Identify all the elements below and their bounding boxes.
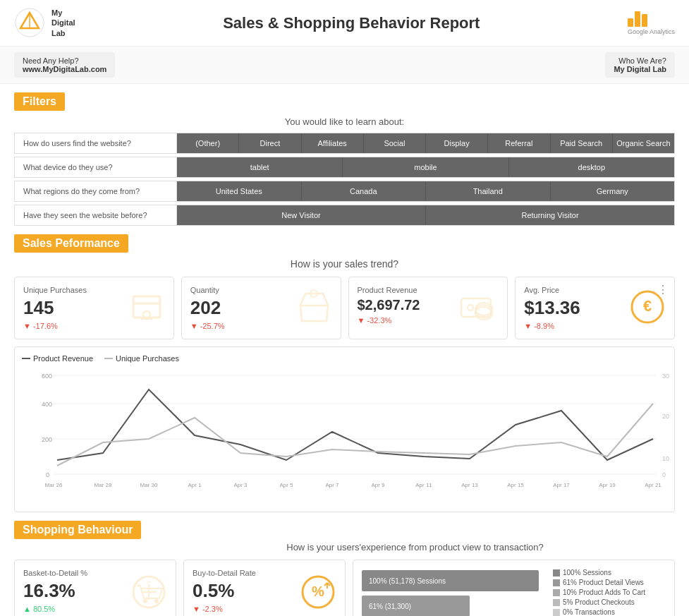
legend-transactions-color xyxy=(553,609,560,616)
funnel-legend: 100% Sessions 61% Product Detail Views 1… xyxy=(553,569,666,616)
filter-row-visitor: Have they seen the website before? New V… xyxy=(14,205,675,226)
logo: My Digital Lab xyxy=(14,7,75,39)
sales-chart: Product Revenue Unique Purchases 600 400… xyxy=(14,346,675,512)
kpi-row: Unique Purchases 145 ▼ -17.6% Quantity 2… xyxy=(14,277,675,339)
filter-btn-paid-search[interactable]: Paid Search xyxy=(551,133,613,153)
filter-label-visitor: Have they seen the website before? xyxy=(15,205,177,225)
page-header: My Digital Lab Sales & Shopping Behavior… xyxy=(0,0,689,47)
filter-btn-organic-search[interactable]: Organic Search xyxy=(613,133,674,153)
svg-text:€: € xyxy=(643,297,652,315)
filter-row-device: What device do they use? tablet mobile d… xyxy=(14,157,675,178)
sales-trend-title: How is your sales trend? xyxy=(14,258,675,270)
filter-label-region: What regions do they come from? xyxy=(15,181,177,201)
svg-text:Apr 3: Apr 3 xyxy=(233,482,248,488)
filter-btn-germany[interactable]: Germany xyxy=(551,181,675,201)
svg-text:Apr 1: Apr 1 xyxy=(188,482,202,488)
shopping-label: Shopping Behaviour xyxy=(14,521,141,539)
svg-text:400: 400 xyxy=(42,401,52,408)
filter-btn-mobile[interactable]: mobile xyxy=(343,157,508,177)
filters-label: Filters xyxy=(14,92,65,111)
chart-svg: 600 400 200 0 30 20 10 0 Mar 26 Mar 28 M… xyxy=(22,368,678,502)
filter-btn-other[interactable]: (Other) xyxy=(177,133,239,153)
sales-section: Sales Peformance How is your sales trend… xyxy=(0,234,689,512)
filter-label-channel: How do users find the website? xyxy=(15,133,177,153)
filter-btn-canada[interactable]: Canada xyxy=(302,181,427,201)
filter-btn-display[interactable]: Display xyxy=(426,133,488,153)
legend-sessions: 100% Sessions xyxy=(553,569,666,576)
legend-dot-purchases xyxy=(104,358,113,359)
funnel-bar-detail-views: 61% (31,300) xyxy=(362,596,539,616)
legend-label-revenue: Product Revenue xyxy=(33,354,93,363)
svg-point-45 xyxy=(154,599,159,603)
filters-header: Filters xyxy=(14,92,675,111)
who-box: Who We Are? My Digital Lab xyxy=(605,52,675,78)
filter-btn-desktop[interactable]: desktop xyxy=(509,157,674,177)
filter-options-region: United States Canada Thailand Germany xyxy=(177,181,674,201)
chart-legend: Product Revenue Unique Purchases xyxy=(22,354,667,363)
shopping-funnel-area: 100% (51,178) Sessions 61% (31,300) 100%… xyxy=(353,560,675,616)
buy-to-detail-icon: % xyxy=(299,573,338,614)
funnel-bar-sessions-fill: 100% (51,178) Sessions xyxy=(362,570,539,591)
shopping-header: Shopping Behaviour xyxy=(14,521,675,539)
svg-rect-3 xyxy=(133,296,160,318)
svg-text:20: 20 xyxy=(662,413,669,420)
page-title: Sales & Shopping Behavior Report xyxy=(223,14,480,32)
who-link[interactable]: My Digital Lab xyxy=(614,65,666,73)
kpi-product-revenue: Product Revenue $2,697.72 ▼ -32.3% xyxy=(348,277,508,339)
legend-checkouts: 5% Product Checkouts xyxy=(553,598,666,606)
svg-text:Apr 17: Apr 17 xyxy=(553,482,570,488)
filter-btn-returning-visitor[interactable]: Returning Visitor xyxy=(426,205,674,225)
filter-row-region: What regions do they come from? United S… xyxy=(14,181,675,202)
svg-text:Apr 21: Apr 21 xyxy=(645,482,661,488)
svg-point-12 xyxy=(468,305,473,310)
filter-options-channel: (Other) Direct Affiliates Social Display… xyxy=(177,133,674,153)
legend-adds-to-cart: 10% Product Adds To Cart xyxy=(553,588,666,596)
svg-text:Apr 15: Apr 15 xyxy=(507,482,524,488)
google-analytics-icon: Google Analytics xyxy=(628,11,675,35)
filter-options-device: tablet mobile desktop xyxy=(177,157,674,177)
filter-btn-us[interactable]: United States xyxy=(177,181,302,201)
kpi-quantity: Quantity 202 ▼ -25.7% xyxy=(181,277,341,339)
svg-text:Apr 13: Apr 13 xyxy=(461,482,478,488)
logo-text: My Digital Lab xyxy=(51,8,75,38)
unique-purchases-icon xyxy=(128,288,166,329)
svg-text:0: 0 xyxy=(662,471,666,478)
kpi-avg-price: Avg. Price $13.36 ▼ -8.9% € ⋮ xyxy=(515,277,675,339)
legend-sessions-color xyxy=(553,569,560,576)
filter-btn-tablet[interactable]: tablet xyxy=(177,157,343,177)
logo-svg xyxy=(14,7,46,39)
filter-label-device: What device do they use? xyxy=(15,157,177,177)
filter-btn-referral[interactable]: Referral xyxy=(488,133,550,153)
filter-options-visitor: New Visitor Returning Visitor xyxy=(177,205,674,225)
svg-text:%: % xyxy=(312,584,324,599)
legend-unique-purchases: Unique Purchases xyxy=(104,354,179,363)
svg-text:200: 200 xyxy=(42,436,52,443)
svg-text:600: 600 xyxy=(42,373,52,380)
filter-btn-social[interactable]: Social xyxy=(364,133,426,153)
filter-btn-affiliates[interactable]: Affiliates xyxy=(302,133,364,153)
filter-btn-new-visitor[interactable]: New Visitor xyxy=(177,205,426,225)
more-options-icon[interactable]: ⋮ xyxy=(657,283,669,296)
legend-product-revenue: Product Revenue xyxy=(22,354,93,363)
svg-text:Apr 7: Apr 7 xyxy=(325,482,339,488)
filter-btn-thailand[interactable]: Thailand xyxy=(426,181,551,201)
svg-text:Mar 26: Mar 26 xyxy=(45,482,63,488)
svg-text:Mar 30: Mar 30 xyxy=(140,482,158,488)
funnel-bars: 100% (51,178) Sessions 61% (31,300) xyxy=(362,570,539,616)
basket-icon xyxy=(130,573,169,614)
legend-product-detail: 61% Product Detail Views xyxy=(553,579,666,586)
shopping-trend-title: How is your users'experience from produc… xyxy=(155,542,675,552)
filter-btn-direct[interactable]: Direct xyxy=(239,133,301,153)
filter-question: You would like to learn about: xyxy=(14,116,675,127)
help-box: Need Any Help? www.MyDigitaLab.com xyxy=(14,52,115,78)
legend-label-purchases: Unique Purchases xyxy=(116,354,179,363)
legend-adds-to-cart-color xyxy=(553,589,560,596)
svg-text:Apr 11: Apr 11 xyxy=(415,482,432,488)
svg-text:Mar 28: Mar 28 xyxy=(94,482,112,488)
kpi-basket-to-detail: Basket-to-Detail % 16.3% ▲ 80.5% xyxy=(14,560,176,616)
svg-text:Apr 9: Apr 9 xyxy=(371,482,385,488)
svg-point-44 xyxy=(143,599,147,603)
shopping-section: Shopping Behaviour How is your users'exp… xyxy=(0,521,689,616)
funnel-bar-sessions: 100% (51,178) Sessions xyxy=(362,570,539,591)
help-link[interactable]: www.MyDigitaLab.com xyxy=(23,65,106,73)
